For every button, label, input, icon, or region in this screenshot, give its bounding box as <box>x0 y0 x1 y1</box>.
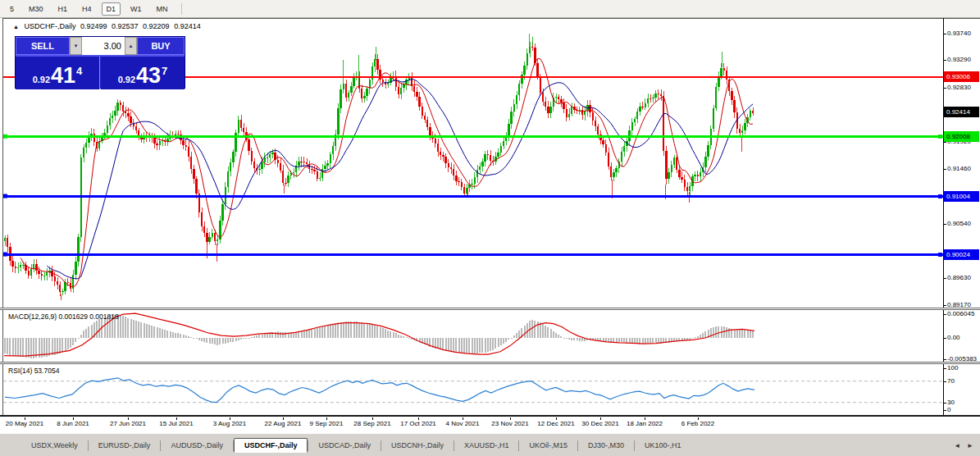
timeframe-toolbar: 5M30H1H4D1W1MN <box>0 0 980 18</box>
rsi-tick-label: 100 <box>947 364 958 372</box>
price-tick-label: 0.93740 <box>947 30 971 38</box>
tab-ukoil-m15[interactable]: UKOil-,M15 <box>519 439 577 452</box>
tab-usdcnh-daily[interactable]: USDCNH-,Daily <box>381 439 454 452</box>
price-tick-mark <box>943 278 946 279</box>
tab-usdchf-daily[interactable]: USDCHF-,Daily <box>234 438 308 453</box>
date-label: 18 Jan 2022 <box>627 420 663 427</box>
macd-tick-mark <box>943 314 946 315</box>
ask-price[interactable]: 0.92 43 7 <box>101 57 185 89</box>
macd-panel-canvas[interactable] <box>3 310 943 362</box>
date-label: 8 Jun 2021 <box>57 420 89 427</box>
tabs-scroll-right-icon[interactable]: ► <box>967 442 973 449</box>
price-badge-0.93006[interactable]: 0.93006 <box>944 71 979 82</box>
price-tick-mark <box>943 34 946 34</box>
ma-slow-line <box>47 80 753 279</box>
price-tick-mark <box>943 305 946 306</box>
date-label: 30 Dec 2021 <box>581 420 618 427</box>
ohlc-open: 0.92499 <box>80 22 107 30</box>
toolbar-separator <box>181 3 182 15</box>
price-tick-label: 0.89170 <box>947 301 971 309</box>
symbol-tab-bar: USDX,WeeklyEURUSD-,DailyAUDUSD-,DailyUSD… <box>0 433 980 456</box>
date-label: 23 Nov 2021 <box>491 420 528 427</box>
date-label: 17 Oct 2021 <box>400 420 436 427</box>
bid-price-small: 0.92 <box>33 75 50 84</box>
tab-uk100-h1[interactable]: UK100-,H1 <box>635 439 691 452</box>
macd-tick-mark <box>943 338 946 339</box>
date-label: 15 Jul 2021 <box>159 420 193 427</box>
macd-tick-label: 0.00 <box>947 334 960 342</box>
macd-tick-label: -0.005383 <box>947 355 977 363</box>
chart-title: ▲ USDCHF-,Daily 0.92499 0.92537 0.92209 … <box>13 22 203 30</box>
tab-audusd-daily[interactable]: AUDUSD-,Daily <box>161 439 233 452</box>
volume-decrease-button[interactable]: ▼ <box>70 37 82 55</box>
rsi-label: RSI(14) 53.7054 <box>8 367 59 375</box>
ohlc-low: 0.92209 <box>143 22 170 30</box>
ask-price-small: 0.92 <box>118 75 135 84</box>
macd-tick-mark <box>943 359 946 360</box>
tab-dj30-m30[interactable]: DJ30-,M30 <box>578 439 634 452</box>
date-axis-line <box>0 415 980 417</box>
price-tick-mark <box>943 142 946 143</box>
timeframe-button-5[interactable]: 5 <box>5 2 19 16</box>
sell-button[interactable]: SELL <box>16 37 70 55</box>
price-tick-mark <box>943 88 946 89</box>
timeframe-button-w1[interactable]: W1 <box>125 2 147 16</box>
ma-fast-line <box>21 59 753 288</box>
pivot-line-handle <box>3 135 7 139</box>
pivot-line-axis-handle <box>938 135 942 139</box>
bid-price-sup: 4 <box>76 65 82 77</box>
volume-increase-button[interactable]: ▲ <box>125 37 137 55</box>
support-line-2-axis-handle <box>938 253 942 257</box>
timeframe-button-m30[interactable]: M30 <box>24 2 48 16</box>
rsi-tick-label: 0 <box>947 406 950 414</box>
timeframe-button-h4[interactable]: H4 <box>77 2 97 16</box>
macd-label: MACD(12,26,9) 0.001629 0.001818 <box>8 312 119 321</box>
rsi-tick-mark <box>943 368 946 369</box>
date-label: 12 Dec 2021 <box>537 420 574 427</box>
collapse-arrow-icon[interactable]: ▲ <box>13 24 19 30</box>
timeframe-button-mn[interactable]: MN <box>152 2 173 16</box>
trading-terminal: 5M30H1H4D1W1MN ▲ USDCHF-,Daily 0.92499 0… <box>0 0 980 456</box>
date-label: 4 Nov 2021 <box>446 420 480 427</box>
tab-usdcad-daily[interactable]: USDCAD-,Daily <box>308 439 381 452</box>
date-label: 6 Feb 2022 <box>681 420 714 427</box>
bid-price[interactable]: 0.92 41 4 <box>16 57 100 89</box>
price-badge-0.92008[interactable]: 0.92008 <box>944 131 979 142</box>
price-tick-mark <box>943 224 946 225</box>
ask-price-sup: 7 <box>162 65 167 77</box>
macd-tick-label: 0.006045 <box>947 310 974 318</box>
one-click-trading-panel: SELL ▼ 3.00 ▲ BUY 0.92 41 4 0.92 43 7 <box>15 36 185 89</box>
date-label: 20 May 2021 <box>6 420 43 427</box>
price-tick-label: 0.89630 <box>947 274 971 282</box>
bid-price-big: 41 <box>51 65 75 87</box>
price-tick-mark <box>943 60 946 61</box>
tab-usdx-weekly[interactable]: USDX,Weekly <box>21 439 88 452</box>
timeframe-button-h1[interactable]: H1 <box>53 2 73 16</box>
ask-price-big: 43 <box>136 65 161 87</box>
ohlc-close: 0.92414 <box>174 22 201 30</box>
price-badge-0.92414[interactable]: 0.92414 <box>944 107 979 117</box>
timeframe-button-d1[interactable]: D1 <box>102 2 121 16</box>
buy-button[interactable]: BUY <box>137 37 185 55</box>
symbol-label: USDCHF-,Daily <box>24 22 75 30</box>
price-tick-label: 0.91460 <box>947 165 971 173</box>
tab-xauusd-h1[interactable]: XAUUSD-,H1 <box>454 439 519 452</box>
price-badge-0.90024[interactable]: 0.90024 <box>944 249 979 260</box>
tab-eurusd-daily[interactable]: EURUSD-,Daily <box>89 439 161 452</box>
rsi-tick-label: 70 <box>947 377 955 385</box>
price-tick-label: 0.92830 <box>947 84 971 92</box>
rsi-tick-mark <box>943 410 946 411</box>
ohlc-high: 0.92537 <box>112 22 139 30</box>
support-line-2-handle <box>3 253 7 257</box>
rsi-line <box>5 378 754 403</box>
volume-input[interactable]: 3.00 <box>82 37 125 55</box>
rsi-panel-canvas[interactable] <box>3 364 943 415</box>
tabs-scroll-left-icon[interactable]: ◄ <box>954 442 960 449</box>
support-line-1-axis-handle <box>938 194 942 198</box>
price-tick-label: 0.93290 <box>947 56 971 64</box>
price-tick-mark <box>943 169 946 170</box>
date-label: 9 Sep 2021 <box>310 420 344 427</box>
date-label: 22 Aug 2021 <box>265 420 302 427</box>
price-badge-0.91004[interactable]: 0.91004 <box>944 191 979 202</box>
price-tick-label: 0.90540 <box>947 220 971 228</box>
